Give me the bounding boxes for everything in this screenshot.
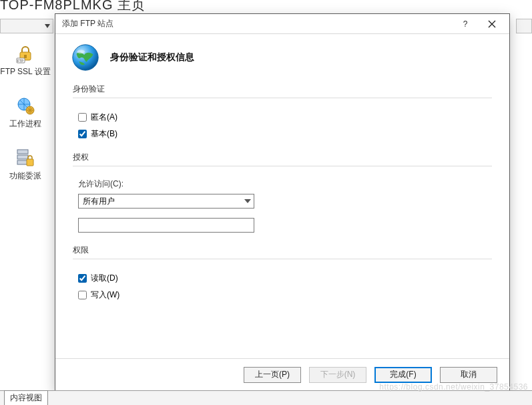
svg-rect-1 <box>24 55 27 58</box>
checkbox-label: 读取(D) <box>91 273 118 284</box>
checkbox-read-input[interactable] <box>78 274 87 283</box>
checkbox-anonymous-input[interactable] <box>78 113 87 122</box>
help-button[interactable]: ? <box>452 15 479 33</box>
parent-window-title: TOP-FM8PLMKG 主页 <box>0 0 146 14</box>
allow-access-text[interactable] <box>78 218 254 233</box>
parent-icon-label: 工作进程 <box>9 119 41 128</box>
checkbox-basic[interactable]: 基本(B) <box>78 128 492 140</box>
prev-button[interactable]: 上一页(P) <box>244 367 301 383</box>
checkbox-anonymous[interactable]: 匿名(A) <box>78 112 492 123</box>
checkbox-write[interactable]: 写入(W) <box>78 289 492 301</box>
group-title: 授权 <box>73 152 492 166</box>
dialog-footer: 上一页(P) 下一步(N) 完成(F) 取消 <box>55 358 509 390</box>
server-lock-icon <box>15 147 36 168</box>
lock-ftp-icon: FTP <box>15 43 36 64</box>
next-button: 下一步(N) <box>309 367 366 383</box>
parent-icon-label: 功能委派 <box>9 171 41 180</box>
finish-button[interactable]: 完成(F) <box>374 367 432 383</box>
group-authentication: 身份验证 匿名(A) 基本(B) <box>73 84 492 140</box>
globe-icon <box>70 42 101 73</box>
checkbox-label: 匿名(A) <box>91 112 117 123</box>
dialog-content: 身份验证 匿名(A) 基本(B) 授权 允许访问(C): 所有用户 <box>55 80 509 358</box>
group-title: 身份验证 <box>73 84 492 98</box>
parent-toolbar-right[interactable] <box>516 19 532 33</box>
close-icon <box>488 20 496 28</box>
svg-rect-9 <box>27 159 33 166</box>
status-tab-content-view[interactable]: 内容视图 <box>4 390 48 405</box>
status-bar: 内容视图 <box>0 390 532 405</box>
group-authorization: 授权 允许访问(C): 所有用户 <box>73 152 492 233</box>
parent-icon-label: FTP SSL 设置 <box>0 67 50 76</box>
parent-icon-ftp-ssl[interactable]: FTP FTP SSL 设置 <box>0 43 51 76</box>
select-value: 所有用户 <box>83 196 115 207</box>
parent-icon-worker[interactable]: 工作进程 <box>0 95 51 128</box>
globe-gear-icon <box>15 95 36 116</box>
group-title: 权限 <box>73 245 492 259</box>
svg-rect-6 <box>17 150 28 154</box>
checkbox-write-input[interactable] <box>78 291 87 299</box>
group-permissions: 权限 读取(D) 写入(W) <box>73 245 492 301</box>
chevron-down-icon <box>45 24 50 28</box>
parent-icon-delegation[interactable]: 功能委派 <box>0 147 51 180</box>
dialog-title: 添加 FTP 站点 <box>62 18 452 29</box>
svg-point-11 <box>77 50 85 54</box>
svg-text:FTP: FTP <box>17 59 24 63</box>
allow-access-select[interactable]: 所有用户 <box>78 194 254 209</box>
cancel-button[interactable]: 取消 <box>440 367 497 383</box>
chevron-down-icon <box>244 199 251 203</box>
parent-toolbar-dropdown[interactable] <box>0 19 53 33</box>
help-icon: ? <box>463 19 468 29</box>
checkbox-label: 基本(B) <box>91 128 117 140</box>
dialog-header: 身份验证和授权信息 <box>55 34 509 80</box>
close-button[interactable] <box>479 15 505 33</box>
checkbox-label: 写入(W) <box>91 289 119 301</box>
add-ftp-site-dialog: 添加 FTP 站点 ? 身份验证和授权信息 身份验证 <box>55 13 510 391</box>
checkbox-basic-input[interactable] <box>78 130 87 138</box>
dialog-header-title: 身份验证和授权信息 <box>110 51 194 63</box>
svg-rect-7 <box>17 155 28 159</box>
allow-access-label: 允许访问(C): <box>78 178 492 190</box>
dialog-titlebar: 添加 FTP 站点 ? <box>55 14 509 34</box>
checkbox-read[interactable]: 读取(D) <box>78 273 492 284</box>
